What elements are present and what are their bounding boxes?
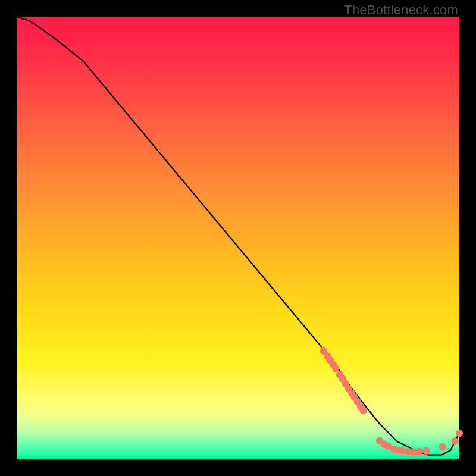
watermark-label: TheBottleneck.com (344, 2, 458, 18)
plot-area (17, 17, 459, 459)
data-point (332, 365, 339, 372)
chart-svg (17, 17, 459, 459)
data-point (451, 437, 458, 444)
data-point (456, 430, 463, 437)
data-point (416, 447, 423, 455)
bottleneck-curve (17, 17, 459, 455)
data-point (398, 447, 405, 454)
data-point (422, 447, 430, 455)
curve-layer (17, 17, 459, 455)
data-point (359, 407, 367, 414)
chart-frame: TheBottleneck.com (0, 0, 476, 476)
data-point (439, 443, 446, 450)
points-layer (320, 347, 463, 456)
